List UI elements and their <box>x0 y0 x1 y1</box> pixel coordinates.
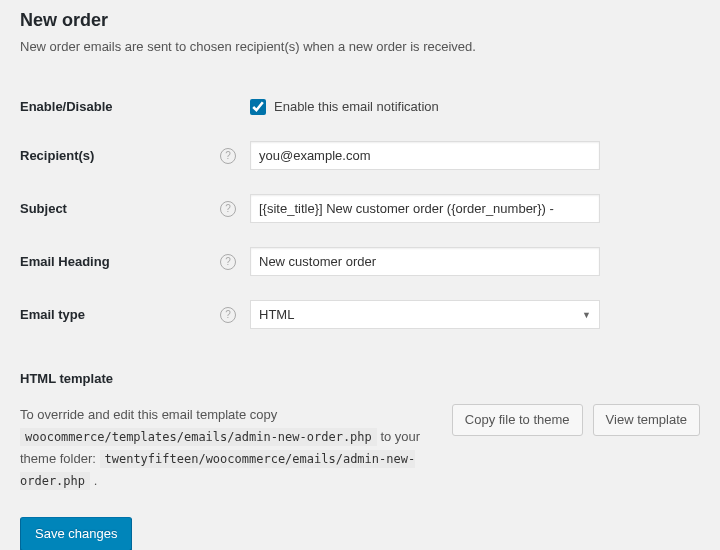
chevron-down-icon: ▼ <box>582 310 591 320</box>
email-heading-label: Email Heading <box>20 235 220 288</box>
template-source-path: woocommerce/templates/emails/admin-new-o… <box>20 428 377 446</box>
email-type-select[interactable]: HTML ▼ <box>250 300 600 329</box>
enable-checkbox-label[interactable]: Enable this email notification <box>274 99 439 114</box>
subject-input[interactable] <box>250 194 600 223</box>
subject-label: Subject <box>20 182 220 235</box>
recipients-input[interactable] <box>250 141 600 170</box>
help-icon[interactable]: ? <box>220 254 236 270</box>
recipients-label: Recipient(s) <box>20 129 220 182</box>
page-title: New order <box>20 10 700 31</box>
template-heading: HTML template <box>20 371 700 386</box>
template-section: HTML template To override and edit this … <box>20 371 700 492</box>
template-description: To override and edit this email template… <box>20 404 432 492</box>
enable-label: Enable/Disable <box>20 84 220 129</box>
page-description: New order emails are sent to chosen reci… <box>20 39 700 54</box>
email-heading-input[interactable] <box>250 247 600 276</box>
settings-form: Enable/Disable Enable this email notific… <box>20 84 700 341</box>
enable-checkbox[interactable] <box>250 99 266 115</box>
help-icon[interactable]: ? <box>220 307 236 323</box>
copy-file-button[interactable]: Copy file to theme <box>452 404 583 436</box>
save-changes-button[interactable]: Save changes <box>20 517 132 550</box>
help-icon[interactable]: ? <box>220 148 236 164</box>
view-template-button[interactable]: View template <box>593 404 700 436</box>
email-type-label: Email type <box>20 288 220 341</box>
email-type-value: HTML <box>259 307 294 322</box>
help-icon[interactable]: ? <box>220 201 236 217</box>
